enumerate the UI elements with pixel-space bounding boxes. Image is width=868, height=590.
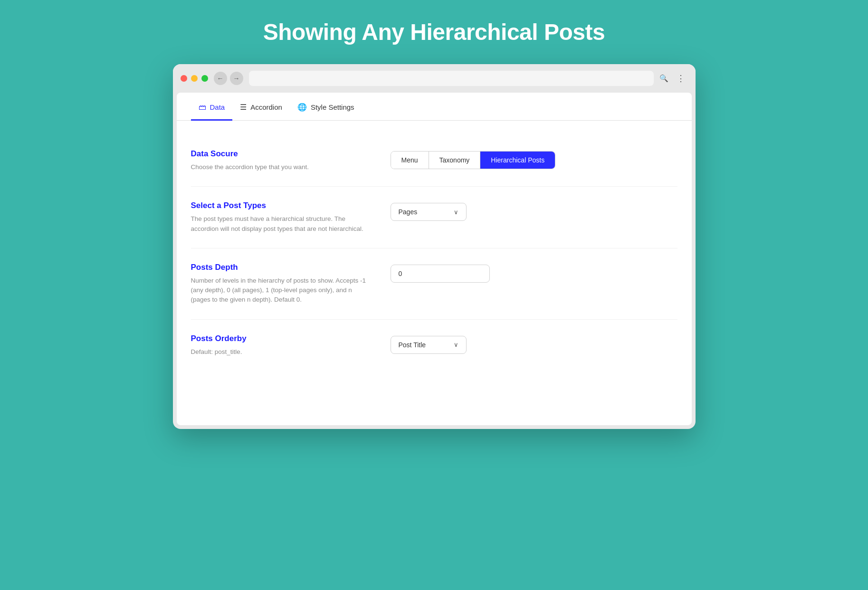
menu-button[interactable]: Menu xyxy=(391,152,429,169)
post-types-description: The post types must have a hierarchical … xyxy=(191,214,372,234)
tab-data[interactable]: 🗃 Data xyxy=(191,94,233,121)
forward-button[interactable]: → xyxy=(230,72,243,85)
section-data-source: Data Socure Choose the accordion type th… xyxy=(191,135,677,187)
section-data-source-label: Data Socure Choose the accordion type th… xyxy=(191,149,391,172)
chevron-down-icon: ∨ xyxy=(454,341,458,348)
posts-depth-input[interactable] xyxy=(391,265,490,283)
back-icon: ← xyxy=(217,75,224,82)
page-title: Showing Any Hierarchical Posts xyxy=(263,19,605,45)
posts-orderby-description: Default: post_title. xyxy=(191,347,372,357)
address-bar-container: 🔍 ⋮ xyxy=(249,71,688,86)
tab-data-label: Data xyxy=(210,103,225,111)
post-types-title: Select a Post Types xyxy=(191,201,391,210)
search-icon[interactable]: 🔍 xyxy=(658,72,671,85)
browser-toolbar: ← → 🔍 ⋮ xyxy=(173,64,696,93)
posts-depth-control xyxy=(391,263,677,283)
traffic-lights xyxy=(181,75,208,82)
browser-content: 🗃 Data ☰ Accordion 🌐 Style Settings Data… xyxy=(177,93,692,425)
content-area: Data Socure Choose the accordion type th… xyxy=(177,121,692,385)
section-posts-orderby-label: Posts Orderby Default: post_title. xyxy=(191,334,391,357)
tab-style-label: Style Settings xyxy=(311,103,354,111)
data-source-description: Choose the accordion type that you want. xyxy=(191,162,372,172)
nav-buttons: ← → xyxy=(214,72,243,85)
back-button[interactable]: ← xyxy=(214,72,227,85)
posts-depth-title: Posts Depth xyxy=(191,263,391,272)
post-types-control: Pages ∨ xyxy=(391,201,677,221)
section-posts-depth-label: Posts Depth Number of levels in the hier… xyxy=(191,263,391,305)
post-types-value: Pages xyxy=(399,208,418,216)
section-posts-depth: Posts Depth Number of levels in the hier… xyxy=(191,248,677,320)
section-post-types-label: Select a Post Types The post types must … xyxy=(191,201,391,234)
close-button[interactable] xyxy=(181,75,187,82)
forward-icon: → xyxy=(233,75,240,82)
posts-orderby-value: Post Title xyxy=(399,341,426,349)
section-posts-orderby: Posts Orderby Default: post_title. Post … xyxy=(191,320,677,371)
tab-accordion-label: Accordion xyxy=(250,103,282,111)
posts-depth-description: Number of levels in the hierarchy of pos… xyxy=(191,276,372,305)
posts-orderby-dropdown[interactable]: Post Title ∨ xyxy=(391,336,467,354)
posts-orderby-title: Posts Orderby xyxy=(191,334,391,343)
data-source-control: Menu Taxonomy Hierarchical Posts xyxy=(391,149,677,169)
data-source-button-group: Menu Taxonomy Hierarchical Posts xyxy=(391,151,556,169)
tabs-container: 🗃 Data ☰ Accordion 🌐 Style Settings xyxy=(177,93,692,121)
chevron-down-icon: ∨ xyxy=(454,209,458,216)
tab-style-settings[interactable]: 🌐 Style Settings xyxy=(290,93,362,121)
browser-window: ← → 🔍 ⋮ 🗃 Data ☰ Accordion 🌐 xyxy=(173,64,696,429)
minimize-button[interactable] xyxy=(191,75,198,82)
accordion-tab-icon: ☰ xyxy=(240,103,247,112)
section-post-types: Select a Post Types The post types must … xyxy=(191,187,677,248)
posts-orderby-control: Post Title ∨ xyxy=(391,334,677,354)
browser-menu-icon[interactable]: ⋮ xyxy=(675,72,688,85)
taxonomy-button[interactable]: Taxonomy xyxy=(429,152,481,169)
data-source-title: Data Socure xyxy=(191,149,391,159)
data-tab-icon: 🗃 xyxy=(199,103,206,112)
style-tab-icon: 🌐 xyxy=(297,103,307,112)
maximize-button[interactable] xyxy=(201,75,208,82)
tab-accordion[interactable]: ☰ Accordion xyxy=(232,93,290,121)
post-types-dropdown[interactable]: Pages ∨ xyxy=(391,203,467,221)
hierarchical-posts-button[interactable]: Hierarchical Posts xyxy=(480,152,555,169)
address-bar[interactable] xyxy=(249,71,654,86)
